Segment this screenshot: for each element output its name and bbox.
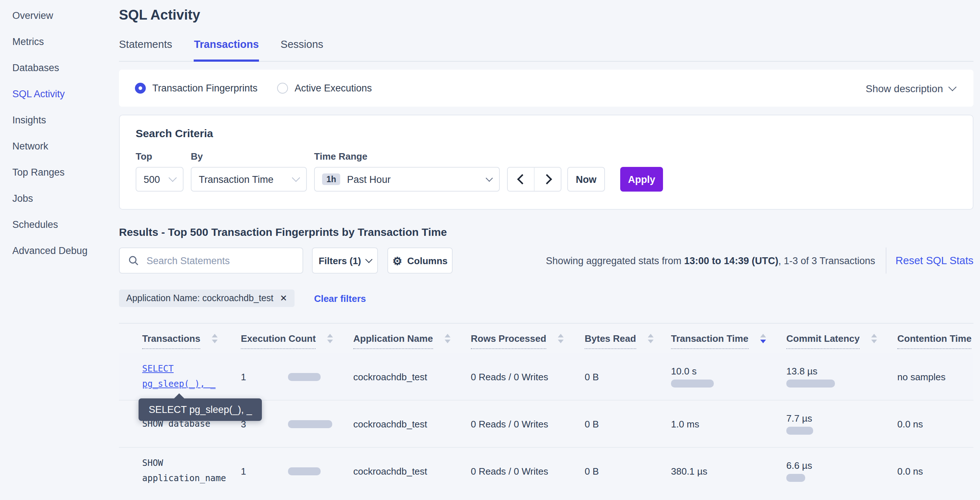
- execution-count-value: 1: [241, 465, 288, 476]
- sidebar-item-network[interactable]: Network: [0, 134, 110, 160]
- time-prev-button[interactable]: [508, 168, 534, 191]
- sort-desc-icon: [445, 340, 450, 343]
- cell-execution-count: 1: [241, 448, 353, 494]
- commit-latency-value: 6.6 µs: [786, 460, 812, 470]
- radio-option-transaction-fingerprints[interactable]: Transaction Fingerprints: [135, 83, 258, 94]
- column-header-commit-latency[interactable]: Commit Latency: [786, 324, 897, 354]
- chevron-down-icon: [486, 174, 493, 182]
- execution-count-bar: [288, 373, 321, 381]
- column-header-application-name[interactable]: Application Name: [353, 324, 471, 354]
- sort-asc-icon: [871, 334, 877, 338]
- sidebar-item-databases[interactable]: Databases: [0, 55, 110, 81]
- show-description-toggle[interactable]: Show description: [866, 82, 955, 94]
- cell-bytes-read: 0 B: [585, 448, 671, 494]
- column-header-execution-count[interactable]: Execution Count: [241, 324, 353, 354]
- filter-chip[interactable]: Application Name: cockroachdb_test ✕: [119, 290, 294, 307]
- tab-statements[interactable]: Statements: [119, 38, 172, 62]
- sidebar-item-overview[interactable]: Overview: [0, 3, 110, 29]
- time-range-select[interactable]: 1h Past Hour: [314, 167, 500, 191]
- cell-bytes-read: 0 B: [585, 401, 671, 447]
- now-button[interactable]: Now: [567, 167, 605, 191]
- tab-transactions[interactable]: Transactions: [194, 38, 259, 62]
- cell-application-name: cockroachdb_test: [353, 401, 471, 447]
- chevron-right-icon: [541, 174, 552, 184]
- clear-filters-link[interactable]: Clear filters: [314, 293, 366, 304]
- top-value: 500: [144, 174, 163, 185]
- commit-latency-bar: [786, 379, 835, 387]
- sort-icons: [328, 334, 333, 343]
- divider: [885, 247, 886, 274]
- sort-asc-icon: [328, 334, 333, 338]
- column-header-label: Transactions: [142, 333, 200, 349]
- column-header-transaction-time[interactable]: Transaction Time: [671, 324, 786, 354]
- top-select[interactable]: 500: [136, 167, 183, 191]
- cell-bytes-read: 0 B: [585, 354, 671, 400]
- sort-asc-icon: [212, 334, 218, 338]
- page-title: SQL Activity: [119, 7, 974, 23]
- sidebar-item-top-ranges[interactable]: Top Ranges: [0, 160, 110, 186]
- column-header-label: Rows Processed: [471, 333, 546, 349]
- column-header-bytes-read[interactable]: Bytes Read: [585, 324, 671, 354]
- transaction-fingerprint-text: SHOWapplication_name: [142, 456, 226, 486]
- search-input[interactable]: [145, 254, 294, 267]
- cell-contention-time: 0.0 ns: [897, 448, 974, 494]
- cell-commit-latency: 13.8 µs: [786, 354, 897, 400]
- cell-application-name: cockroachdb_test: [353, 448, 471, 494]
- table-row: SELECTpg_sleep(_), _ 1 cockroachdb_test …: [119, 354, 974, 400]
- column-header-transactions[interactable]: Transactions: [119, 324, 241, 354]
- sidebar-item-advanced-debug[interactable]: Advanced Debug: [0, 238, 110, 264]
- sort-icons: [760, 334, 766, 343]
- filters-button[interactable]: Filters (1): [312, 247, 378, 274]
- apply-button[interactable]: Apply: [620, 167, 663, 191]
- radio-label: Active Executions: [294, 83, 372, 94]
- filter-chip-row: Application Name: cockroachdb_test ✕ Cle…: [119, 290, 974, 307]
- top-field: Top 500: [136, 151, 183, 191]
- search-box[interactable]: [119, 247, 303, 274]
- transaction-time-value: 1.0 ms: [671, 419, 699, 428]
- radio-icon: [135, 83, 146, 94]
- cell-commit-latency: 6.6 µs: [786, 448, 897, 494]
- sidebar-item-metrics[interactable]: Metrics: [0, 29, 110, 55]
- cell-rows-processed: 0 Reads / 0 Writes: [471, 401, 585, 447]
- time-range-field: Time Range 1h Past Hour: [314, 151, 500, 191]
- columns-button[interactable]: ⚙ Columns: [387, 247, 453, 274]
- chevron-left-icon: [517, 174, 527, 184]
- results-heading: Results - Top 500 Transaction Fingerprin…: [119, 226, 974, 238]
- sort-icons: [871, 334, 877, 343]
- close-icon[interactable]: ✕: [280, 293, 287, 303]
- transaction-fingerprint-link[interactable]: SELECTpg_sleep(_), _: [142, 361, 215, 392]
- by-select[interactable]: Transaction Time: [191, 167, 307, 191]
- sort-asc-icon: [648, 334, 654, 338]
- table-header-row: Transactions Execution Count Application…: [119, 324, 974, 354]
- transaction-time-value: 380.1 µs: [671, 466, 707, 476]
- filters-label: Filters (1): [318, 255, 361, 266]
- time-next-button[interactable]: [534, 168, 561, 191]
- column-header-label: Transaction Time: [671, 333, 748, 349]
- column-header-contention-time[interactable]: Contention Time: [897, 324, 974, 354]
- cell-transaction-time: 10.0 s: [671, 354, 786, 400]
- column-header-rows-processed[interactable]: Rows Processed: [471, 324, 585, 354]
- sort-desc-icon: [558, 340, 564, 343]
- columns-label: Columns: [407, 255, 447, 266]
- sql-tooltip: SELECT pg_sleep(_), _: [138, 398, 262, 421]
- sidebar-item-sql-activity[interactable]: SQL Activity: [0, 81, 110, 107]
- gear-icon: ⚙: [393, 255, 402, 266]
- commit-latency-value: 7.7 µs: [786, 413, 812, 423]
- cell-contention-time: 0.0 ns: [897, 401, 974, 447]
- cell-transaction-time: 380.1 µs: [671, 448, 786, 494]
- time-range-badge: 1h: [322, 174, 340, 185]
- sidebar-list: OverviewMetricsDatabasesSQL ActivityInsi…: [0, 3, 110, 264]
- by-field: By Transaction Time: [191, 151, 307, 191]
- sidebar-item-jobs[interactable]: Jobs: [0, 186, 110, 212]
- sidebar-item-schedules[interactable]: Schedules: [0, 212, 110, 238]
- sort-desc-icon: [212, 340, 218, 343]
- commit-latency-bar: [786, 426, 813, 434]
- column-header-label: Commit Latency: [786, 333, 859, 349]
- sidebar-item-insights[interactable]: Insights: [0, 107, 110, 134]
- cell-rows-processed: 0 Reads / 0 Writes: [471, 354, 585, 400]
- radio-option-active-executions[interactable]: Active Executions: [277, 83, 372, 94]
- reset-sql-stats-link[interactable]: Reset SQL Stats: [896, 255, 974, 266]
- radio-label: Transaction Fingerprints: [152, 83, 258, 94]
- tab-sessions[interactable]: Sessions: [281, 38, 323, 62]
- transaction-time-value: 10.0 s: [671, 366, 697, 376]
